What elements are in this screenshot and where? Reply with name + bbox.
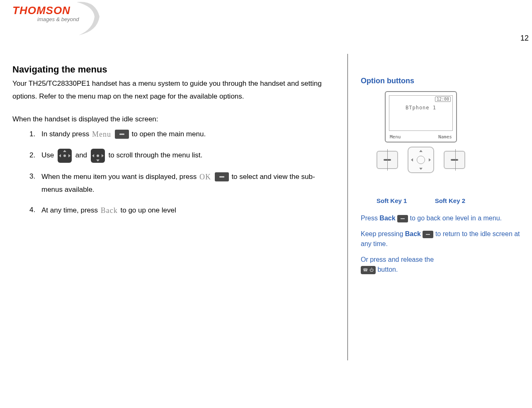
- ok-label-icon: OK: [199, 170, 212, 183]
- tip-1-a: Press: [361, 215, 379, 222]
- step-2-text-c: to scroll through the menu list.: [109, 151, 203, 159]
- step-2-text-a: Use: [41, 151, 56, 159]
- screen-left-softkey-label: Menu: [390, 134, 401, 140]
- tip-3: Or press and release the button.: [361, 255, 522, 275]
- brand-logo: THOMSON images & beyond: [12, 4, 95, 22]
- handset-screen: 12:00 BTphone 1 Menu Names: [385, 91, 457, 142]
- page-number: 12: [520, 34, 529, 43]
- intro-paragraph: Your TH25/TC28330PE1 handset has a menu …: [12, 77, 332, 103]
- softkey-icon: [115, 130, 129, 139]
- main-content: Navigating the menus Your TH25/TC28330PE…: [12, 64, 332, 225]
- tip-1-bold: Back: [379, 215, 395, 222]
- step-3: When the menu item you want is displayed…: [37, 170, 332, 196]
- tip-2-bold: Back: [405, 230, 421, 237]
- step-2: Use and to scroll through the menu list.: [37, 149, 332, 163]
- when-text: When the handset is displayed the idle s…: [12, 115, 332, 123]
- tip-1-b: to go back one level in a menu.: [410, 215, 502, 222]
- nav-down-icon: [91, 149, 105, 163]
- sidebar-tips: Press Back to go back one level in a men…: [361, 213, 522, 275]
- softkey-icon: [397, 215, 408, 222]
- step-1: In standy press Menu to open the main me…: [37, 128, 332, 141]
- softkey-icon: [215, 172, 229, 181]
- steps-list: In standy press Menu to open the main me…: [12, 128, 332, 217]
- screen-main-text: BTphone 1: [389, 105, 452, 111]
- softkey-icon: [423, 231, 433, 238]
- softkey-1-label: Soft Key 1: [377, 197, 407, 204]
- tip-2: Keep pressing Back to return to the idle…: [361, 229, 522, 249]
- tip-2-a: Keep pressing: [361, 230, 405, 237]
- softkey-2-label: Soft Key 2: [435, 197, 465, 204]
- step-4-text-b: to go up one level: [121, 206, 176, 214]
- step-3-text-a: When the menu item you want is displayed…: [41, 172, 199, 180]
- callout-lines: [373, 149, 469, 182]
- screen-time: 12:00: [435, 97, 451, 102]
- back-label-icon: Back: [100, 204, 119, 217]
- step-4-text-a: At any time, press: [41, 206, 100, 214]
- step-2-text-b: and: [75, 151, 89, 159]
- tip-3-a: Or press and release the: [361, 256, 434, 263]
- step-1-text-b: to open the main menu.: [131, 130, 206, 138]
- step-4: At any time, press Back to go up one lev…: [37, 204, 332, 217]
- power-button-icon: [361, 266, 376, 274]
- menu-label-icon: Menu: [91, 128, 112, 141]
- sidebar-title: Option buttons: [361, 77, 522, 85]
- nav-up-icon: [58, 149, 72, 163]
- tip-3-b: button.: [377, 266, 398, 273]
- tip-1: Press Back to go back one level in a men…: [361, 213, 522, 223]
- sidebar: Option buttons 12:00 BTphone 1 Menu Name…: [361, 77, 522, 280]
- column-divider: [347, 54, 348, 360]
- step-1-text-a: In standy press: [41, 130, 91, 138]
- handset-diagram: 12:00 BTphone 1 Menu Names Soft Key 1 So…: [373, 91, 469, 204]
- screen-right-softkey-label: Names: [438, 134, 452, 140]
- logo-swoosh-icon: [75, 0, 104, 37]
- section-title: Navigating the menus: [12, 64, 332, 75]
